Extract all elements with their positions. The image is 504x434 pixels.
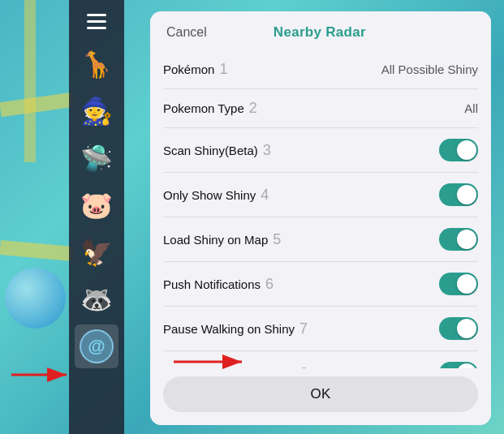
bird-pokemon-icon: 🦅 — [80, 239, 113, 265]
sidebar-item-bird[interactable]: 🦅 — [75, 230, 118, 274]
hamburger-menu-icon[interactable] — [81, 8, 112, 34]
sidebar-item-pink-bear[interactable]: 🐷 — [75, 183, 118, 227]
ok-button-area: OK — [150, 368, 491, 425]
sidebar-item-witch[interactable]: 🧙 — [75, 89, 118, 133]
settings-label-pokemon-type: Pokemon Type 2 — [163, 100, 257, 117]
right-arrow-annotation — [170, 350, 252, 373]
settings-item-pause-walking: Pause Walking on Shiny 7 — [163, 307, 478, 351]
blue-sphere-decoration — [5, 268, 66, 329]
modal-header: Cancel Nearby Radar — [150, 11, 491, 50]
settings-item-scan-shiny: Scan Shiny(Beta) 3 — [163, 128, 478, 173]
sidebar: 🦒 🧙 🛸 🐷 🦅 🦝 @ — [69, 0, 124, 434]
settings-label-only-show-shiny: Only Show Shiny 4 — [163, 187, 269, 204]
settings-item-load-shiny-map: Load Shiny on Map 5 — [163, 217, 478, 262]
cancel-button[interactable]: Cancel — [166, 25, 207, 40]
only-show-shiny-toggle[interactable] — [439, 183, 478, 206]
settings-item-pokemon-type[interactable]: Pokemon Type 2 All — [163, 89, 478, 128]
settings-label-pokemon: Pokémon 1 — [163, 61, 227, 78]
pink-bear-pokemon-icon: 🐷 — [80, 192, 113, 218]
scan-shiny-toggle[interactable] — [439, 139, 478, 161]
settings-item-pokemon[interactable]: Pokémon 1 All Possible Shiny — [163, 50, 478, 89]
pause-go-plus-toggle[interactable] — [439, 362, 478, 368]
sidebar-item-radar[interactable]: @ — [75, 324, 118, 368]
settings-item-only-show-shiny: Only Show Shiny 4 — [163, 173, 478, 217]
settings-label-push-notifications: Push Notifications 6 — [163, 276, 274, 293]
radar-at-icon: @ — [80, 329, 114, 363]
sidebar-item-ufo[interactable]: 🛸 — [75, 136, 118, 180]
pokemon-type-value: All — [464, 101, 478, 115]
load-shiny-map-toggle[interactable] — [439, 228, 478, 251]
settings-label-pause-walking: Pause Walking on Shiny 7 — [163, 320, 308, 337]
map-road — [0, 92, 74, 117]
raccoon-pokemon-icon: 🦝 — [80, 286, 113, 312]
ok-button[interactable]: OK — [163, 376, 478, 412]
ufo-pokemon-icon: 🛸 — [80, 145, 113, 171]
pause-walking-toggle[interactable] — [439, 317, 478, 340]
settings-label-scan-shiny: Scan Shiny(Beta) 3 — [163, 142, 271, 159]
settings-item-push-notifications: Push Notifications 6 — [163, 262, 478, 307]
sidebar-item-girafarig[interactable]: 🦒 — [75, 42, 118, 86]
witch-pokemon-icon: 🧙 — [80, 98, 113, 124]
sidebar-item-raccoon[interactable]: 🦝 — [75, 277, 118, 321]
pokemon-value: All Possible Shiny — [381, 62, 478, 76]
modal-title: Nearby Radar — [274, 24, 366, 41]
girafarig-icon: 🦒 — [80, 51, 113, 77]
settings-list: Pokémon 1 All Possible Shiny Pokemon Typ… — [150, 50, 491, 368]
map-road — [0, 240, 74, 261]
left-arrow-annotation — [8, 363, 73, 386]
map-road — [24, 0, 36, 162]
settings-label-load-shiny-map: Load Shiny on Map 5 — [163, 231, 281, 248]
push-notifications-toggle[interactable] — [439, 273, 478, 295]
